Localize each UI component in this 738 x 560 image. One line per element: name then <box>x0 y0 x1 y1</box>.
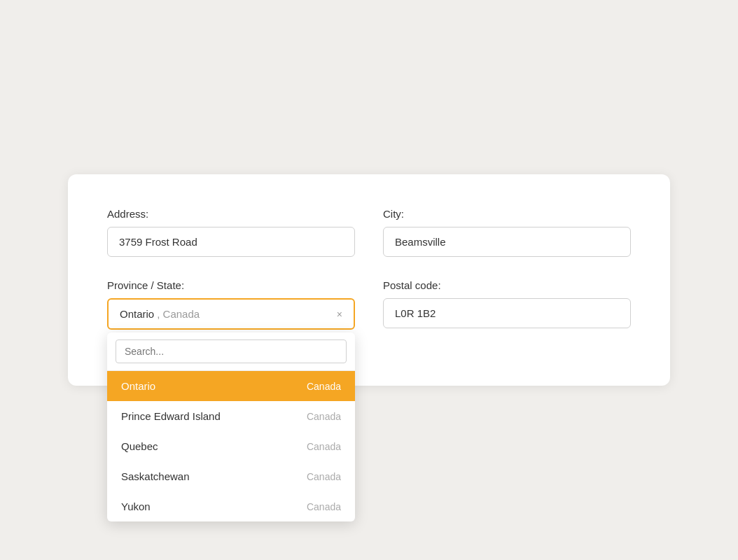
province-dropdown-wrapper: Ontario , Canada × OntarioCanadaPrince E… <box>107 298 355 330</box>
dropdown-item[interactable]: YukonCanada <box>107 491 355 522</box>
dropdown-item-country: Canada <box>307 471 341 482</box>
province-selected-province: Ontario <box>120 308 154 320</box>
province-dropdown: OntarioCanadaPrince Edward IslandCanadaQ… <box>107 332 355 522</box>
province-clear-icon[interactable]: × <box>337 309 342 320</box>
dropdown-item-country: Canada <box>307 381 341 392</box>
city-label: City: <box>383 208 631 220</box>
address-city-row: Address: City: <box>107 208 631 257</box>
province-selected-value: Ontario , Canada <box>120 308 200 320</box>
dropdown-item[interactable]: OntarioCanada <box>107 371 355 401</box>
dropdown-item[interactable]: SaskatchewanCanada <box>107 461 355 491</box>
province-select[interactable]: Ontario , Canada × <box>107 298 355 330</box>
dropdown-list: OntarioCanadaPrince Edward IslandCanadaQ… <box>107 371 355 522</box>
address-input[interactable] <box>107 227 355 257</box>
dropdown-item-name: Ontario <box>121 380 155 392</box>
province-selected-country: , Canada <box>157 308 200 320</box>
province-postal-row: Province / State: Ontario , Canada × Ont… <box>107 279 631 330</box>
dropdown-item-country: Canada <box>307 501 341 512</box>
province-group: Province / State: Ontario , Canada × Ont… <box>107 279 355 330</box>
city-input[interactable] <box>383 227 631 257</box>
dropdown-item-name: Saskatchewan <box>121 470 190 482</box>
form-card: Address: City: Province / State: Ontario… <box>68 174 670 386</box>
address-group: Address: <box>107 208 355 257</box>
dropdown-item-country: Canada <box>307 441 341 452</box>
city-group: City: <box>383 208 631 257</box>
dropdown-item-name: Yukon <box>121 500 151 512</box>
dropdown-item[interactable]: Prince Edward IslandCanada <box>107 401 355 431</box>
postal-group: Postal code: <box>383 279 631 330</box>
dropdown-item-country: Canada <box>307 411 341 422</box>
dropdown-search-container <box>107 332 355 371</box>
postal-input[interactable] <box>383 298 631 328</box>
province-label: Province / State: <box>107 279 355 291</box>
address-label: Address: <box>107 208 355 220</box>
dropdown-item-name: Quebec <box>121 440 158 452</box>
dropdown-search-input[interactable] <box>116 340 347 363</box>
dropdown-item[interactable]: QuebecCanada <box>107 431 355 461</box>
postal-label: Postal code: <box>383 279 631 291</box>
dropdown-item-name: Prince Edward Island <box>121 410 221 422</box>
